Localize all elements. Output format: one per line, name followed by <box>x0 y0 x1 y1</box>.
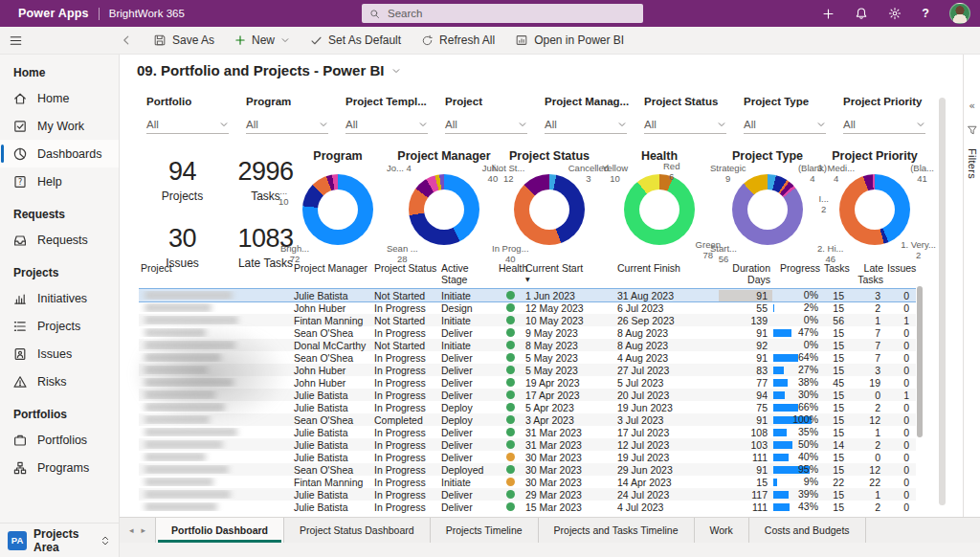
column-header-duration-days[interactable]: Duration Days <box>719 260 772 285</box>
column-header-current-start[interactable]: Current Start▼ <box>523 260 615 282</box>
command-button-refresh-all[interactable]: Refresh All <box>421 33 495 47</box>
table-row[interactable]: Sean O'SheaCompletedDeploy3 Apr 20233 Ju… <box>139 413 916 426</box>
filter-dropdown-project-type[interactable]: All <box>744 119 826 134</box>
command-button-open-in-power-bi[interactable]: Open in Power BI <box>515 33 624 47</box>
table-row[interactable]: Sean O'SheaIn ProgressDeliver9 May 20238… <box>139 326 916 339</box>
table-row[interactable]: Sean O'SheaIn ProgressDeployed30 Mar 202… <box>139 463 916 476</box>
table-row[interactable]: Julie BatistaIn ProgressDeliver30 Mar 20… <box>139 451 916 463</box>
sidebar-item-projects[interactable]: Projects <box>0 312 119 340</box>
report-tab-project-status-dashboard[interactable]: Project Status Dashboard <box>284 518 431 543</box>
tab-scroll-right-icon[interactable]: ▸ <box>142 525 146 535</box>
sidebar-item-issues[interactable]: Issues <box>0 340 119 368</box>
column-header-progress[interactable]: Progress <box>772 260 822 274</box>
donut-chart-project-priority[interactable]: Project Priority(Bla... 411. Very... 22.… <box>821 149 928 262</box>
back-button[interactable] <box>120 33 133 47</box>
donut-ring[interactable] <box>624 174 695 245</box>
column-header-active-stage[interactable]: Active Stage <box>439 260 497 285</box>
report-tab-projects-and-tasks-timeline[interactable]: Projects and Tasks Timeline <box>539 518 695 543</box>
donut-ring[interactable] <box>732 174 803 245</box>
table-row[interactable]: John HuberIn ProgressDeliver19 Apr 20235… <box>139 376 916 389</box>
column-header-issues[interactable]: Issues <box>885 260 914 274</box>
column-header-project[interactable]: Project <box>139 260 292 274</box>
expand-filters-pane-icon[interactable]: « <box>969 100 975 112</box>
table-row[interactable]: Donal McCarthyNot StartedInitiate8 May 2… <box>139 339 916 351</box>
user-avatar[interactable] <box>949 3 970 24</box>
settings-gear-icon[interactable] <box>888 7 902 20</box>
notifications-bell-icon[interactable] <box>855 7 868 20</box>
cell-project <box>139 415 292 424</box>
table-row[interactable]: Fintan ManningNot StartedInitiate10 May … <box>139 314 916 326</box>
command-button-save-as[interactable]: Save As <box>153 33 214 47</box>
filter-dropdown-project[interactable]: All <box>445 119 527 134</box>
sidebar-item-help[interactable]: ?Help <box>0 167 119 195</box>
sidebar-item-home[interactable]: Home <box>0 84 119 112</box>
table-row[interactable]: Sean O'SheaIn ProgressDeliver5 May 20234… <box>139 351 916 364</box>
filter-dropdown-project-status[interactable]: All <box>644 119 726 134</box>
table-row[interactable]: John HuberIn ProgressDesign12 May 20236 … <box>139 301 916 314</box>
column-header-late-tasks[interactable]: Late Tasks <box>849 260 885 285</box>
sidebar-item-requests[interactable]: Requests <box>0 226 119 254</box>
report-tab-portfolio-dashboard[interactable]: Portfolio Dashboard <box>155 518 284 543</box>
cell-late-tasks: 0 <box>849 390 885 401</box>
sidebar-item-portfolios[interactable]: Portfolios <box>0 426 119 454</box>
report-tab-projects-timeline[interactable]: Projects Timeline <box>431 518 539 543</box>
donut-chart-project-manager[interactable]: Project ManagerJuli... 40Sean ... 28Jo..… <box>390 149 498 262</box>
donut-ring[interactable] <box>839 174 910 245</box>
donut-ring[interactable] <box>302 174 373 245</box>
cell-tasks: 15 <box>822 302 849 314</box>
filter-dropdown-project-templ[interactable]: All <box>345 119 428 134</box>
table-row[interactable]: Julie BatistaIn ProgressDeliver15 Mar 20… <box>139 501 916 513</box>
column-header-current-finish[interactable]: Current Finish <box>615 260 719 274</box>
command-button-new[interactable]: New <box>234 33 290 47</box>
sidebar-item-initiatives[interactable]: Initiatives <box>0 284 119 312</box>
redacted-project-name <box>145 378 234 387</box>
sidebar-item-dashboards[interactable]: Dashboards <box>0 140 119 167</box>
donut-ring[interactable] <box>514 174 585 245</box>
filter-funnel-icon[interactable] <box>967 124 978 136</box>
cell-issues: 0 <box>885 352 914 364</box>
column-header-tasks[interactable]: Tasks <box>822 260 849 274</box>
donut-chart-program[interactable]: ProgramBrigh... 72... 10 <box>284 149 391 262</box>
table-scrollbar[interactable] <box>917 286 923 437</box>
donut-chart-project-status[interactable]: Project StatusCancelled 3In Prog... 40No… <box>496 149 603 262</box>
cell-current-start: 12 May 2023 <box>523 302 615 314</box>
table-row[interactable]: Julie BatistaIn ProgressDeliver17 Apr 20… <box>139 389 916 401</box>
tab-scroll-left-icon[interactable]: ◂ <box>129 525 134 535</box>
report-tab-costs-and-budgets[interactable]: Costs and Budgets <box>749 518 866 543</box>
filter-dropdown-project-manag[interactable]: All <box>545 119 627 134</box>
sidebar-item-programs[interactable]: Programs <box>0 454 119 481</box>
search-input[interactable] <box>386 7 635 20</box>
cell-tasks: 56 <box>822 315 849 326</box>
donut-ring[interactable] <box>409 174 479 245</box>
sidebar-item-my-work[interactable]: My Work <box>0 112 119 140</box>
report-scrollbar[interactable] <box>939 98 946 505</box>
help-question-icon[interactable]: ? <box>922 7 929 20</box>
column-header-health[interactable]: Health <box>497 260 523 274</box>
area-switcher[interactable]: PA Projects Area <box>0 523 119 557</box>
app-name[interactable]: Power Apps <box>18 7 89 20</box>
table-row[interactable]: Julie BatistaIn ProgressDeliver31 Mar 20… <box>139 426 916 438</box>
table-row[interactable]: Julie BatistaIn ProgressDeliver29 Mar 20… <box>139 488 916 501</box>
donut-chart-health[interactable]: HealthRed 6Green 78Yellow 10 <box>606 149 713 262</box>
cell-project <box>139 291 292 300</box>
column-header-project-status[interactable]: Project Status <box>372 260 439 274</box>
table-row[interactable]: Julie BatistaIn ProgressDeploy5 Apr 2023… <box>139 401 916 413</box>
search-box[interactable] <box>362 4 643 23</box>
column-header-project-manager[interactable]: Project Manager <box>292 260 372 274</box>
add-icon[interactable] <box>822 8 835 20</box>
filter-dropdown-project-priority[interactable]: All <box>843 119 925 134</box>
filter-dropdown-portfolio[interactable]: All <box>146 119 229 134</box>
table-row[interactable]: John HuberIn ProgressDeliver5 May 202327… <box>139 364 916 376</box>
donut-chart-project-type[interactable]: Project Type(Blank) 4I... 2Start... 56St… <box>714 149 821 262</box>
table-row[interactable]: Fintan ManningIn ProgressInitiate30 Mar … <box>139 476 916 488</box>
report-tab-work[interactable]: Work <box>695 518 749 543</box>
table-row[interactable]: Julie BatistaNot StartedInitiate1 Jun 20… <box>139 289 916 301</box>
command-button-set-as-default[interactable]: Set As Default <box>310 33 401 47</box>
sidebar-item-risks[interactable]: Risks <box>0 368 119 395</box>
dashboard-title-dropdown[interactable]: 09. Portfolio and Projects - Power BI <box>137 62 401 78</box>
progress-bar <box>773 367 784 374</box>
environment-name[interactable]: BrightWork 365 <box>109 8 185 19</box>
filter-dropdown-program[interactable]: All <box>246 119 328 134</box>
hamburger-menu-icon[interactable] <box>9 33 23 48</box>
table-row[interactable]: Julie BatistaIn ProgressDeliver31 Mar 20… <box>139 438 916 451</box>
